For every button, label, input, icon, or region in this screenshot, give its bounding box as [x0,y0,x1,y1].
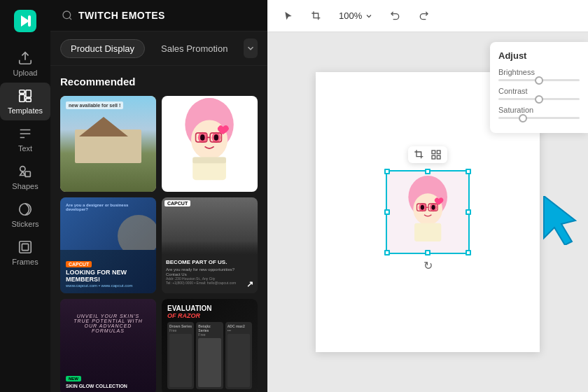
templates-icon [18,88,33,104]
svg-rect-3 [20,90,24,94]
crop-icon [311,10,322,22]
handle-mid-left[interactable] [384,209,390,215]
template-card-house[interactable]: new available for sell ! [60,96,156,192]
panel-content: Recommended new available for sell ! [50,66,267,392]
brightness-label: Brightness [498,68,580,76]
svg-point-19 [200,134,205,141]
contrast-control: Contrast [498,87,580,100]
selection-handles [387,172,468,253]
svg-rect-26 [432,150,435,154]
brightness-thumb[interactable] [535,76,543,85]
svg-rect-29 [437,155,440,159]
crop-tool-button[interactable] [307,6,326,26]
filter-dropdown-button[interactable] [244,38,258,58]
beauty-preview: UNVEIL YOUR SKIN'S TRUE POTENTIAL WITH O… [60,299,156,392]
template-card-anime[interactable] [162,96,258,192]
template-card-blue-promo[interactable]: Are you a designer or business developer… [60,197,156,293]
filter-tabs: Product Display Sales Promotion [50,31,267,66]
shapes-icon [18,164,33,179]
saturation-thumb[interactable] [519,114,527,122]
handle-top-left[interactable] [384,169,390,174]
canvas-toolbar: 100% [267,0,588,32]
template-card-beauty[interactable]: UNVEIL YOUR SKIN'S TRUE POTENTIAL WITH O… [60,299,156,392]
svg-rect-6 [26,99,31,102]
undo-icon [390,10,401,22]
svg-rect-5 [20,94,24,102]
razor-preview: EVALUATION OF RAZOR Drown Series Free Be… [162,299,258,392]
template-card-capcut[interactable]: CAPCUT BECOME PART OF US. Are you ready … [162,197,258,293]
contrast-label: Contrast [498,87,580,95]
promo-badge: CAPCUT [66,261,92,267]
redo-button[interactable] [414,6,433,26]
handle-mid-right[interactable] [465,209,471,215]
handle-bottom-left[interactable] [384,250,390,255]
grid-icon[interactable] [430,149,442,160]
chevron-down-icon [365,12,373,20]
svg-rect-1 [28,15,31,27]
select-tool-button[interactable] [279,6,298,26]
saturation-slider[interactable] [498,117,580,119]
contrast-slider[interactable] [498,98,580,100]
svg-rect-4 [26,90,31,97]
brightness-control: Brightness [498,68,580,81]
chevron-down-icon [246,43,255,53]
search-bar: TWITCH EMOTES [50,0,267,31]
saturation-control: Saturation [498,106,580,119]
rotate-handle[interactable]: ↻ [424,259,433,272]
handle-top-mid[interactable] [425,169,430,174]
svg-rect-10 [20,241,31,253]
sidebar-item-upload[interactable]: Upload [0,45,50,83]
sidebar-item-shapes[interactable]: Shapes [0,158,50,196]
capcut-preview: CAPCUT BECOME PART OF US. Are you ready … [162,197,258,293]
text-icon [18,126,33,141]
brightness-slider[interactable] [498,79,580,81]
sidebar-item-templates[interactable]: Templates [0,83,50,120]
zoom-display[interactable]: 100% [335,9,377,22]
crop-selection-icon[interactable] [414,149,425,160]
search-bar-text[interactable]: TWITCH EMOTES [78,10,165,21]
filter-tab-product-display[interactable]: Product Display [60,39,145,58]
sidebar-item-frames-label: Frames [12,258,38,266]
handle-bottom-mid[interactable] [425,250,430,255]
adjust-title: Adjust [498,50,580,61]
undo-button[interactable] [386,6,405,26]
saturation-label: Saturation [498,106,580,114]
contrast-thumb[interactable] [535,95,543,104]
promo-subtitle: www.capcut.com • www.capcut.com [66,284,150,288]
sidebar-item-templates-label: Templates [8,106,43,115]
handle-top-right[interactable] [465,169,471,174]
canvas-area: 100% [267,0,588,392]
svg-rect-25 [193,158,227,164]
templates-panel: TWITCH EMOTES Product Display Sales Prom… [50,0,267,392]
svg-point-20 [214,134,219,141]
sidebar-item-upload-label: Upload [13,69,38,77]
selection-toolbar [408,146,447,163]
svg-rect-27 [437,150,440,154]
template-card-razor[interactable]: EVALUATION OF RAZOR Drown Series Free Be… [162,299,258,392]
sidebar-item-stickers[interactable]: Stickers [0,196,50,234]
selected-element[interactable]: ↻ [386,170,470,254]
adjust-panel: Adjust Brightness Contrast Saturation [490,42,588,133]
svg-rect-11 [22,244,28,250]
template-grid: new available for sell ! [60,96,258,392]
blue-promo-preview: Are you a designer or business developer… [60,197,156,293]
svg-marker-40 [544,196,575,245]
sidebar-item-shapes-label: Shapes [12,182,38,190]
search-icon [62,10,73,21]
promo-title: LOOKING FOR NEW MEMBERS! [66,270,150,284]
handle-bottom-right[interactable] [465,250,471,255]
section-title: Recommended [60,76,258,88]
house-preview: new available for sell ! [60,96,156,192]
sidebar-item-text[interactable]: Text [0,120,50,158]
sidebar-item-text-label: Text [18,144,32,153]
sidebar-item-frames[interactable]: Frames [0,234,50,272]
app-logo [13,8,38,34]
zoom-level: 100% [339,10,362,21]
sidebar-item-stickers-label: Stickers [11,220,38,228]
svg-rect-28 [432,155,435,159]
anime-preview [162,96,258,192]
filter-tab-sales-promotion[interactable]: Sales Promotion [150,39,238,58]
cursor-pointer [537,196,579,245]
svg-line-13 [69,18,71,20]
sidebar: Upload Templates Text Shapes Stickers [0,0,50,392]
